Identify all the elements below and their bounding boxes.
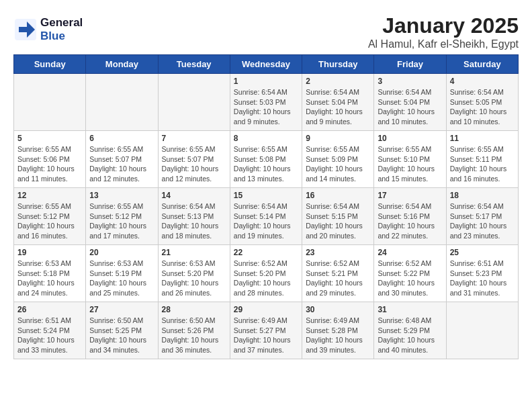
calendar-cell: 10Sunrise: 6:55 AM Sunset: 5:10 PM Dayli… [374, 131, 446, 188]
calendar-cell: 24Sunrise: 6:52 AM Sunset: 5:22 PM Dayli… [374, 245, 446, 302]
day-info: Sunrise: 6:55 AM Sunset: 5:12 PM Dayligh… [17, 201, 82, 241]
day-info: Sunrise: 6:54 AM Sunset: 5:05 PM Dayligh… [450, 87, 515, 127]
calendar-week-row: 19Sunrise: 6:53 AM Sunset: 5:18 PM Dayli… [14, 245, 519, 302]
calendar-cell: 27Sunrise: 6:50 AM Sunset: 5:25 PM Dayli… [86, 302, 158, 359]
day-info: Sunrise: 6:52 AM Sunset: 5:21 PM Dayligh… [306, 259, 370, 298]
day-number: 11 [450, 134, 515, 143]
day-number: 17 [378, 191, 442, 200]
calendar-cell: 23Sunrise: 6:52 AM Sunset: 5:21 PM Dayli… [302, 245, 374, 302]
calendar-cell: 2Sunrise: 6:54 AM Sunset: 5:04 PM Daylig… [302, 74, 374, 131]
day-number: 21 [162, 248, 226, 257]
logo-icon [13, 17, 38, 42]
calendar-cell [14, 74, 86, 131]
calendar-week-row: 12Sunrise: 6:55 AM Sunset: 5:12 PM Dayli… [14, 188, 519, 245]
calendar-cell: 25Sunrise: 6:51 AM Sunset: 5:23 PM Dayli… [446, 245, 518, 302]
day-info: Sunrise: 6:52 AM Sunset: 5:22 PM Dayligh… [378, 259, 442, 298]
calendar-table: SundayMondayTuesdayWednesdayThursdayFrid… [13, 54, 519, 359]
day-info: Sunrise: 6:55 AM Sunset: 5:10 PM Dayligh… [378, 144, 442, 184]
day-number: 20 [89, 248, 154, 257]
calendar-cell: 29Sunrise: 6:49 AM Sunset: 5:27 PM Dayli… [230, 302, 302, 359]
day-number: 27 [89, 305, 154, 314]
day-number: 12 [17, 191, 82, 200]
calendar-cell: 31Sunrise: 6:48 AM Sunset: 5:29 PM Dayli… [374, 302, 446, 359]
page-title: January 2025 [13, 13, 519, 38]
page-header: January 2025 Al Hamul, Kafr el-Sheikh, E… [13, 13, 519, 50]
calendar-week-row: 1Sunrise: 6:54 AM Sunset: 5:03 PM Daylig… [14, 74, 519, 131]
day-number: 31 [378, 305, 442, 314]
day-number: 29 [234, 305, 298, 314]
calendar-cell: 6Sunrise: 6:55 AM Sunset: 5:07 PM Daylig… [86, 131, 158, 188]
day-number: 16 [306, 191, 370, 200]
logo: General Blue [13, 16, 83, 43]
calendar-week-row: 26Sunrise: 6:51 AM Sunset: 5:24 PM Dayli… [14, 302, 519, 359]
day-number: 22 [234, 248, 298, 257]
day-info: Sunrise: 6:55 AM Sunset: 5:07 PM Dayligh… [89, 144, 154, 184]
day-info: Sunrise: 6:53 AM Sunset: 5:20 PM Dayligh… [162, 259, 226, 298]
calendar-cell: 13Sunrise: 6:55 AM Sunset: 5:12 PM Dayli… [86, 188, 158, 245]
calendar-cell: 3Sunrise: 6:54 AM Sunset: 5:04 PM Daylig… [374, 74, 446, 131]
day-info: Sunrise: 6:54 AM Sunset: 5:15 PM Dayligh… [306, 201, 370, 241]
day-info: Sunrise: 6:49 AM Sunset: 5:27 PM Dayligh… [234, 316, 298, 355]
logo-general: General [40, 16, 83, 29]
day-number: 30 [306, 305, 370, 314]
day-number: 15 [234, 191, 298, 200]
day-number: 10 [378, 134, 442, 143]
day-number: 23 [306, 248, 370, 257]
day-info: Sunrise: 6:52 AM Sunset: 5:20 PM Dayligh… [234, 259, 298, 298]
day-number: 6 [89, 134, 154, 143]
day-number: 14 [162, 191, 226, 200]
page-subtitle: Al Hamul, Kafr el-Sheikh, Egypt [13, 38, 519, 50]
day-number: 4 [450, 77, 515, 86]
day-number: 28 [162, 305, 226, 314]
day-number: 26 [17, 305, 82, 314]
calendar-cell: 18Sunrise: 6:54 AM Sunset: 5:17 PM Dayli… [446, 188, 518, 245]
day-number: 5 [17, 134, 82, 143]
calendar-cell: 28Sunrise: 6:50 AM Sunset: 5:26 PM Dayli… [158, 302, 230, 359]
day-number: 18 [450, 191, 515, 200]
weekday-header-saturday: Saturday [446, 55, 518, 74]
calendar-cell: 5Sunrise: 6:55 AM Sunset: 5:06 PM Daylig… [14, 131, 86, 188]
day-number: 1 [234, 77, 298, 86]
calendar-cell [446, 302, 518, 359]
day-info: Sunrise: 6:54 AM Sunset: 5:04 PM Dayligh… [378, 87, 442, 127]
day-info: Sunrise: 6:54 AM Sunset: 5:04 PM Dayligh… [306, 87, 370, 127]
calendar-cell [86, 74, 158, 131]
weekday-header-sunday: Sunday [14, 55, 86, 74]
day-info: Sunrise: 6:54 AM Sunset: 5:16 PM Dayligh… [378, 201, 442, 241]
calendar-cell: 20Sunrise: 6:53 AM Sunset: 5:19 PM Dayli… [86, 245, 158, 302]
day-info: Sunrise: 6:55 AM Sunset: 5:07 PM Dayligh… [162, 144, 226, 184]
calendar-cell: 9Sunrise: 6:55 AM Sunset: 5:09 PM Daylig… [302, 131, 374, 188]
day-info: Sunrise: 6:55 AM Sunset: 5:12 PM Dayligh… [89, 201, 154, 241]
calendar-cell: 17Sunrise: 6:54 AM Sunset: 5:16 PM Dayli… [374, 188, 446, 245]
calendar-cell: 21Sunrise: 6:53 AM Sunset: 5:20 PM Dayli… [158, 245, 230, 302]
day-number: 9 [306, 134, 370, 143]
day-number: 19 [17, 248, 82, 257]
day-number: 24 [378, 248, 442, 257]
day-info: Sunrise: 6:49 AM Sunset: 5:28 PM Dayligh… [306, 316, 370, 355]
day-info: Sunrise: 6:48 AM Sunset: 5:29 PM Dayligh… [378, 316, 442, 355]
day-info: Sunrise: 6:55 AM Sunset: 5:08 PM Dayligh… [234, 144, 298, 184]
calendar-cell: 22Sunrise: 6:52 AM Sunset: 5:20 PM Dayli… [230, 245, 302, 302]
calendar-week-row: 5Sunrise: 6:55 AM Sunset: 5:06 PM Daylig… [14, 131, 519, 188]
day-info: Sunrise: 6:50 AM Sunset: 5:26 PM Dayligh… [162, 316, 226, 355]
weekday-header-wednesday: Wednesday [230, 55, 302, 74]
day-info: Sunrise: 6:55 AM Sunset: 5:06 PM Dayligh… [17, 144, 82, 184]
day-info: Sunrise: 6:55 AM Sunset: 5:11 PM Dayligh… [450, 144, 515, 184]
day-number: 8 [234, 134, 298, 143]
calendar-cell: 30Sunrise: 6:49 AM Sunset: 5:28 PM Dayli… [302, 302, 374, 359]
calendar-cell: 7Sunrise: 6:55 AM Sunset: 5:07 PM Daylig… [158, 131, 230, 188]
calendar-cell: 1Sunrise: 6:54 AM Sunset: 5:03 PM Daylig… [230, 74, 302, 131]
weekday-header-row: SundayMondayTuesdayWednesdayThursdayFrid… [14, 55, 519, 74]
day-number: 7 [162, 134, 226, 143]
calendar-cell: 26Sunrise: 6:51 AM Sunset: 5:24 PM Dayli… [14, 302, 86, 359]
calendar-cell: 16Sunrise: 6:54 AM Sunset: 5:15 PM Dayli… [302, 188, 374, 245]
day-info: Sunrise: 6:54 AM Sunset: 5:13 PM Dayligh… [162, 201, 226, 241]
day-info: Sunrise: 6:55 AM Sunset: 5:09 PM Dayligh… [306, 144, 370, 184]
day-info: Sunrise: 6:51 AM Sunset: 5:23 PM Dayligh… [450, 259, 515, 298]
day-info: Sunrise: 6:54 AM Sunset: 5:14 PM Dayligh… [234, 201, 298, 241]
weekday-header-tuesday: Tuesday [158, 55, 230, 74]
day-info: Sunrise: 6:53 AM Sunset: 5:19 PM Dayligh… [89, 259, 154, 298]
day-number: 13 [89, 191, 154, 200]
day-info: Sunrise: 6:51 AM Sunset: 5:24 PM Dayligh… [17, 316, 82, 355]
calendar-cell: 15Sunrise: 6:54 AM Sunset: 5:14 PM Dayli… [230, 188, 302, 245]
